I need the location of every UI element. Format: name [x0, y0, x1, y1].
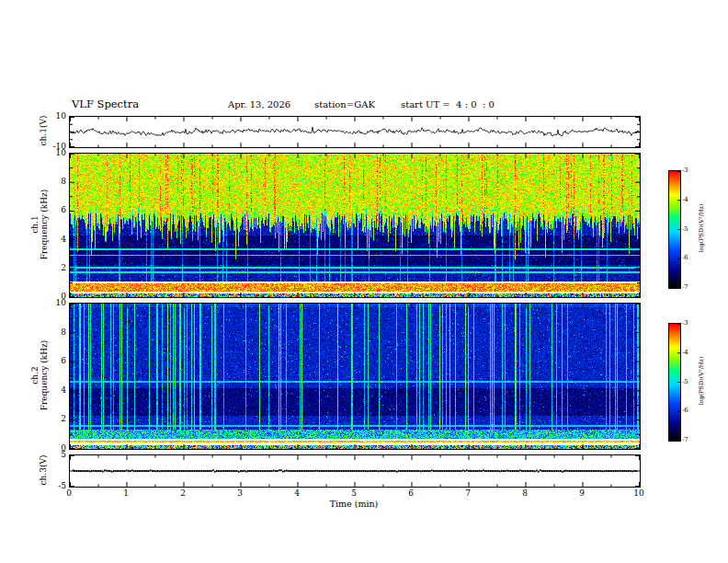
ch1-spectrogram-panel [69, 153, 641, 298]
ch1-waveform-canvas [70, 117, 640, 147]
colorbar-tick-label: -6 [682, 407, 688, 414]
y-tick-label: 8 [28, 327, 66, 337]
y-tick-label: 4 [28, 385, 66, 395]
ch1-spectrogram-canvas [70, 154, 640, 297]
colorbar-tick-label: -3 [682, 167, 688, 174]
ch3-waveform-canvas [70, 455, 640, 487]
x-tick-label: 9 [568, 488, 596, 498]
x-tick-label: 4 [283, 488, 311, 498]
x-tick-label: 8 [511, 488, 539, 498]
y-tick-label: 6 [28, 205, 66, 214]
x-tick-label: 6 [397, 488, 425, 498]
y-tick-label: 10 [28, 148, 66, 157]
colorbar-tick-label: -4 [682, 196, 688, 203]
ch3-waveform-panel [69, 454, 641, 488]
colorbar-tick-label: -5 [682, 225, 688, 233]
x-tick-label: 3 [226, 488, 254, 498]
ch2-spectrogram-canvas [70, 304, 640, 449]
colorbar-tick-label: -3 [682, 319, 688, 327]
ch1-colorbar [668, 170, 681, 289]
y-tick-label: 10 [28, 298, 66, 307]
y-tick-label: 8 [28, 177, 66, 186]
x-tick-label: 1 [112, 488, 140, 498]
ch2-axis-frequency-label: Frequency (kHz) [40, 340, 49, 411]
ch2-axis-channel-label: ch.2 [30, 340, 40, 411]
station-label: station=GAK [314, 99, 375, 109]
ch2-frequency-axis-label: ch.2 Frequency (kHz) [30, 340, 49, 411]
ch1-waveform-panel [69, 116, 641, 148]
x-tick-label: 5 [340, 488, 368, 498]
ch1-colorbar-unit-label: log(PSD)(V²/Hz) [698, 204, 705, 253]
y-tick-label: 10 [28, 111, 66, 121]
ch1-frequency-axis-label: ch.1 Frequency (kHz) [30, 190, 49, 260]
colorbar-tick-label: -7 [682, 436, 688, 443]
y-tick-label: 2 [28, 263, 66, 272]
x-tick-label: 2 [169, 488, 197, 498]
y-tick-label: 4 [28, 235, 66, 244]
ch1-colorbar-canvas [669, 171, 680, 288]
colorbar-tick-label: -7 [682, 283, 688, 291]
y-tick-label: 6 [28, 356, 66, 365]
colorbar-tick-label: -4 [682, 349, 688, 356]
x-tick-label: 7 [454, 488, 482, 498]
date-label: Apr. 13, 2026 [228, 99, 290, 109]
ch2-spectrogram-panel [69, 303, 641, 450]
y-tick-label: 5 [28, 450, 66, 459]
ch1-axis-channel-label: ch.1 [30, 190, 40, 260]
y-tick-label: 2 [28, 414, 66, 423]
ch2-colorbar-unit-label: log(PSD)(V²/Hz) [698, 357, 705, 406]
ch2-colorbar [668, 323, 681, 442]
ch1-axis-frequency-label: Frequency (kHz) [40, 190, 49, 260]
y-tick-label: -5 [28, 481, 66, 490]
colorbar-tick-label: -5 [682, 378, 688, 385]
vlf-spectra-figure: VLF Spectra Apr. 13, 2026 station=GAK st… [0, 0, 728, 563]
x-tick-label: 10 [625, 488, 653, 498]
x-axis-title: Time (min) [299, 499, 409, 509]
ch2-colorbar-canvas [669, 324, 680, 441]
colorbar-tick-label: -6 [682, 254, 688, 261]
start-time-label: start UT = 4 : 0 : 0 [401, 99, 495, 109]
figure-title: VLF Spectra [72, 98, 139, 110]
